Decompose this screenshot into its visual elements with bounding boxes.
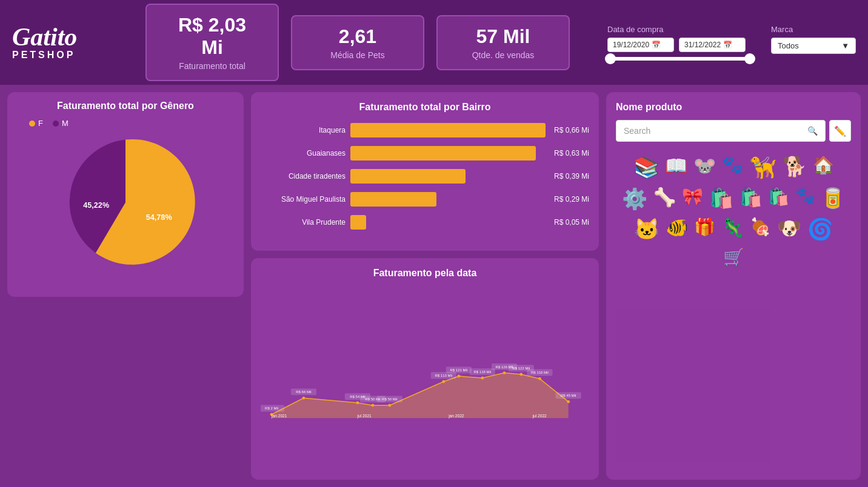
pie-chart-panel: Faturamento total por Gênero F M — [7, 92, 244, 297]
bar-label-4: Vila Prudente — [261, 218, 346, 227]
bar-label-0: Itaquera — [261, 126, 346, 134]
product-icon-0[interactable]: 📚 — [633, 155, 659, 181]
product-icon-14[interactable]: 🥫 — [821, 187, 845, 211]
product-icon-17[interactable]: 🎁 — [694, 217, 715, 241]
logo-title: Gatito — [12, 24, 133, 50]
mid-column: Faturamento total por Bairro Itaquera R$… — [251, 92, 599, 480]
line-dot-3 — [372, 404, 375, 407]
x-label-2: jan 2022 — [448, 414, 464, 419]
logo: Gatito PETSHOP — [12, 24, 133, 61]
bar-chart: Itaquera R$ 0,66 Mi Guaianases R$ 0,63 M… — [261, 120, 589, 241]
x-label-3: jul 2022 — [532, 414, 547, 419]
bar-track-0 — [350, 123, 546, 137]
logo-subtitle: PETSHOP — [12, 50, 133, 61]
product-panel-title: Nome produto — [616, 102, 851, 113]
x-label-0: jan 2021 — [271, 414, 287, 419]
product-icon-13[interactable]: 🐾 — [795, 187, 815, 211]
line-dot-8 — [503, 371, 506, 374]
edit-button[interactable]: ✏️ — [829, 120, 851, 142]
product-icon-15[interactable]: 🐱 — [634, 217, 659, 241]
kpi-media-value: 2,61 — [310, 25, 405, 48]
date-end-value: 31/12/2022 — [684, 41, 721, 49]
bar-label-2: Cidade tiradentes — [261, 172, 346, 181]
product-icon-20[interactable]: 🐶 — [777, 217, 801, 241]
product-icon-19[interactable]: 🍖 — [750, 217, 771, 241]
line-dot-7 — [481, 377, 484, 380]
product-icon-2[interactable]: 🐭 — [693, 155, 716, 181]
line-chart-title: Faturamento pela data — [261, 268, 589, 279]
search-icon: 🔍 — [807, 126, 818, 136]
legend-m-label: M — [62, 119, 68, 128]
product-icon-7[interactable]: ⚙️ — [622, 187, 647, 211]
line-dot-5 — [442, 380, 445, 383]
date-range-slider[interactable] — [607, 57, 753, 61]
product-icon-11[interactable]: 🛍️ — [739, 187, 762, 211]
line-label-4: R$ 50 Mil — [382, 397, 397, 401]
product-icon-4[interactable]: 🦮 — [749, 155, 776, 181]
calendar-end-icon: 📅 — [723, 41, 732, 49]
bar-track-1 — [350, 146, 546, 161]
line-label-0: R$ 2 Mil — [265, 406, 278, 410]
bar-fill-3 — [350, 192, 436, 207]
search-box[interactable]: Search 🔍 — [616, 120, 826, 142]
product-icon-3[interactable]: 🐾 — [722, 155, 743, 181]
calendar-start-icon: 📅 — [652, 41, 661, 49]
line-chart-panel: Faturamento pela data R$ 2 MilR$ 66 MilR… — [251, 258, 599, 480]
product-icon-22[interactable]: 🛒 — [723, 247, 744, 267]
slider-fill — [607, 57, 753, 61]
bar-track-4 — [350, 215, 546, 230]
line-dot-10 — [538, 377, 541, 380]
legend-m: M — [53, 119, 68, 128]
product-icon-12[interactable]: 🛍️ — [768, 187, 789, 211]
kpi-faturamento-label: Faturamento total — [165, 61, 259, 71]
bar-value-1: R$ 0,63 Mi — [554, 149, 589, 157]
slider-thumb-right[interactable] — [744, 53, 755, 64]
product-icon-16[interactable]: 🐠 — [666, 217, 688, 241]
pie-container: F M 45,22% 54,78% — [17, 119, 234, 288]
bar-row: Itaquera R$ 0,66 Mi — [261, 123, 589, 137]
kpi-vendas: 57 Mil Qtde. de vendas — [436, 15, 570, 70]
product-icon-8[interactable]: 🦴 — [653, 187, 676, 211]
date-start-value: 19/12/2020 — [613, 41, 649, 49]
product-icon-18[interactable]: 🦎 — [721, 217, 744, 241]
product-icons-grid: 📚📖🐭🐾🦮🐕🏠⚙️🦴🎀🛍️🛍️🛍️🐾🥫🐱🐠🎁🦎🍖🐶🌀🛒 — [616, 149, 851, 470]
product-icon-10[interactable]: 🛍️ — [709, 187, 733, 211]
product-icon-5[interactable]: 🐕 — [783, 155, 807, 181]
product-icon-9[interactable]: 🎀 — [682, 187, 703, 211]
legend-m-dot — [53, 121, 59, 127]
line-chart-area — [272, 373, 569, 419]
bar-track-3 — [350, 192, 546, 207]
bar-row: Guaianases R$ 0,63 Mi — [261, 146, 589, 161]
filters: Data de compra 19/12/2020 📅 31/12/2022 📅 — [607, 25, 856, 61]
bar-fill-4 — [350, 215, 366, 230]
product-icon-21[interactable]: 🌀 — [807, 217, 833, 241]
pie-label-m: 45,22% — [83, 201, 109, 210]
brand-filter-label: Marca — [771, 25, 856, 34]
kpi-faturamento-value: R$ 2,03 Mi — [165, 14, 259, 59]
date-end-input[interactable]: 31/12/2022 📅 — [679, 38, 746, 52]
pie-legend: F M — [29, 119, 68, 128]
bar-value-2: R$ 0,39 Mi — [554, 172, 589, 181]
bar-row: Vila Prudente R$ 0,05 Mi — [261, 215, 589, 230]
line-dot-9 — [519, 373, 522, 376]
bar-fill-2 — [350, 169, 466, 184]
kpi-faturamento: R$ 2,03 Mi Faturamento total — [145, 4, 279, 81]
bar-value-4: R$ 0,05 Mi — [554, 218, 589, 227]
product-icon-1[interactable]: 📖 — [665, 155, 687, 181]
bar-chart-panel: Faturamento total por Bairro Itaquera R$… — [251, 92, 599, 251]
kpi-media: 2,61 Média de Pets — [291, 15, 424, 70]
brand-select[interactable]: Todos ▼ — [771, 38, 856, 54]
search-placeholder: Search — [624, 126, 804, 136]
pie-chart-title: Faturamento total por Gênero — [17, 101, 234, 111]
legend-f-dot — [29, 121, 35, 127]
line-dot-6 — [457, 375, 460, 378]
product-icon-6[interactable]: 🏠 — [813, 155, 834, 181]
date-start-input[interactable]: 19/12/2020 📅 — [607, 38, 674, 52]
pie-label-f: 54,78% — [146, 213, 172, 222]
chevron-down-icon: ▼ — [841, 41, 849, 50]
slider-thumb-left[interactable] — [605, 53, 616, 64]
bar-value-0: R$ 0,66 Mi — [554, 126, 589, 134]
line-dot-2 — [356, 402, 359, 405]
pie-chart-svg: 45,22% 54,78% — [56, 133, 195, 272]
legend-f: F — [29, 119, 43, 128]
